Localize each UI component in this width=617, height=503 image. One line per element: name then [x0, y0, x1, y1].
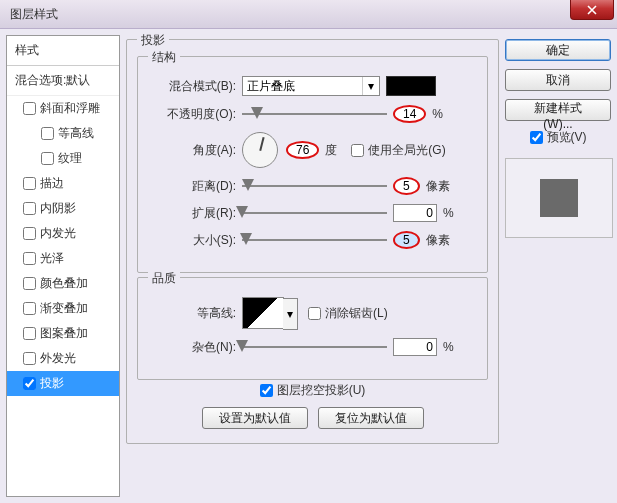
size-slider[interactable]	[242, 231, 387, 249]
style-list: 斜面和浮雕等高线纹理描边内阴影内发光光泽颜色叠加渐变叠加图案叠加外发光投影	[7, 96, 119, 496]
spread-unit: %	[443, 206, 454, 220]
set-default-button[interactable]: 设置为默认值	[202, 407, 308, 429]
sidebar-item[interactable]: 斜面和浮雕	[7, 96, 119, 121]
opacity-label: 不透明度(O):	[148, 106, 242, 123]
spread-value[interactable]	[393, 204, 437, 222]
preview-checkbox[interactable]	[530, 131, 543, 144]
sidebar-item-checkbox[interactable]	[23, 277, 36, 290]
sidebar-item-label: 等高线	[58, 125, 94, 142]
sidebar-item[interactable]: 内发光	[7, 221, 119, 246]
size-value[interactable]: 5	[393, 231, 420, 249]
chevron-down-icon: ▾	[362, 77, 379, 95]
cancel-button[interactable]: 取消	[505, 69, 611, 91]
drop-shadow-group: 投影 结构 混合模式(B): 正片叠底 ▾ 不透明度(O):	[126, 39, 499, 444]
shadow-color-swatch[interactable]	[386, 76, 436, 96]
sidebar-item-checkbox[interactable]	[23, 177, 36, 190]
structure-legend: 结构	[148, 49, 180, 66]
knockout-checkbox[interactable]	[260, 384, 273, 397]
spread-slider[interactable]	[242, 204, 387, 222]
sidebar-item-checkbox[interactable]	[23, 252, 36, 265]
sidebar-item-label: 纹理	[58, 150, 82, 167]
sidebar-item[interactable]: 图案叠加	[7, 321, 119, 346]
sidebar-item-label: 内发光	[40, 225, 76, 242]
angle-dial[interactable]	[242, 132, 278, 168]
sidebar-item-label: 内阴影	[40, 200, 76, 217]
close-button[interactable]	[570, 0, 614, 20]
center-panel: 投影 结构 混合模式(B): 正片叠底 ▾ 不透明度(O):	[126, 35, 499, 497]
noise-slider[interactable]	[242, 338, 387, 356]
opacity-slider[interactable]	[242, 105, 387, 123]
sidebar-item-label: 渐变叠加	[40, 300, 88, 317]
distance-value[interactable]: 5	[393, 177, 420, 195]
quality-legend: 品质	[148, 270, 180, 287]
size-row: 大小(S): 5 像素	[148, 231, 477, 249]
spread-label: 扩展(R):	[148, 205, 242, 222]
noise-unit: %	[443, 340, 454, 354]
knockout-label: 图层挖空投影(U)	[277, 382, 366, 399]
distance-label: 距离(D):	[148, 178, 242, 195]
sidebar-item-label: 图案叠加	[40, 325, 88, 342]
sidebar-item-checkbox[interactable]	[23, 352, 36, 365]
sidebar-item[interactable]: 纹理	[7, 146, 119, 171]
sidebar-item-label: 斜面和浮雕	[40, 100, 100, 117]
size-label: 大小(S):	[148, 232, 242, 249]
angle-label: 角度(A):	[148, 142, 242, 159]
blend-default-item[interactable]: 混合选项:默认	[7, 66, 119, 96]
distance-unit: 像素	[426, 178, 450, 195]
angle-value[interactable]: 76	[286, 141, 319, 159]
antialias-checkbox[interactable]	[308, 307, 321, 320]
sidebar-item[interactable]: 渐变叠加	[7, 296, 119, 321]
opacity-row: 不透明度(O): 14 %	[148, 105, 477, 123]
opacity-value[interactable]: 14	[393, 105, 426, 123]
sidebar-item-checkbox[interactable]	[23, 377, 36, 390]
knockout-check[interactable]: 图层挖空投影(U)	[260, 382, 366, 399]
close-icon	[587, 5, 597, 15]
sidebar-item-checkbox[interactable]	[23, 302, 36, 315]
sidebar-item[interactable]: 内阴影	[7, 196, 119, 221]
reset-default-button[interactable]: 复位为默认值	[318, 407, 424, 429]
noise-value[interactable]	[393, 338, 437, 356]
chevron-down-icon: ▾	[283, 298, 298, 330]
new-style-button[interactable]: 新建样式(W)...	[505, 99, 611, 121]
blend-mode-label: 混合模式(B):	[148, 78, 242, 95]
blend-mode-row: 混合模式(B): 正片叠底 ▾	[148, 76, 477, 96]
noise-row: 杂色(N): %	[148, 338, 477, 356]
sidebar-item[interactable]: 投影	[7, 371, 119, 396]
sidebar-item-checkbox[interactable]	[23, 202, 36, 215]
sidebar-item[interactable]: 颜色叠加	[7, 271, 119, 296]
sidebar-item-label: 光泽	[40, 250, 64, 267]
sidebar-item[interactable]: 光泽	[7, 246, 119, 271]
sidebar-item[interactable]: 等高线	[7, 121, 119, 146]
opacity-unit: %	[432, 107, 443, 121]
ok-button[interactable]: 确定	[505, 39, 611, 61]
sidebar-item-label: 外发光	[40, 350, 76, 367]
contour-picker[interactable]: ▾	[242, 297, 284, 329]
sidebar-item-label: 颜色叠加	[40, 275, 88, 292]
sidebar-item-checkbox[interactable]	[23, 227, 36, 240]
use-global-light-check[interactable]: 使用全局光(G)	[351, 142, 445, 159]
distance-row: 距离(D): 5 像素	[148, 177, 477, 195]
sidebar-item-checkbox[interactable]	[23, 327, 36, 340]
sidebar-item[interactable]: 外发光	[7, 346, 119, 371]
size-unit: 像素	[426, 232, 450, 249]
use-global-light-checkbox[interactable]	[351, 144, 364, 157]
antialias-check[interactable]: 消除锯齿(L)	[308, 305, 388, 322]
use-global-light-label: 使用全局光(G)	[368, 142, 445, 159]
sidebar-item-label: 投影	[40, 375, 64, 392]
distance-slider[interactable]	[242, 177, 387, 195]
preview-label: 预览(V)	[547, 129, 587, 146]
blend-mode-combo[interactable]: 正片叠底 ▾	[242, 76, 380, 96]
sidebar-item-checkbox[interactable]	[41, 152, 54, 165]
right-panel: 确定 取消 新建样式(W)... 预览(V)	[505, 35, 611, 497]
contour-row: 等高线: ▾ 消除锯齿(L)	[148, 297, 477, 329]
structure-group: 结构 混合模式(B): 正片叠底 ▾ 不透明度(O): 14 %	[137, 56, 488, 273]
noise-label: 杂色(N):	[148, 339, 242, 356]
sidebar-item-checkbox[interactable]	[41, 127, 54, 140]
titlebar[interactable]: 图层样式	[0, 0, 617, 29]
sidebar-item-checkbox[interactable]	[23, 102, 36, 115]
sidebar-header[interactable]: 样式	[7, 36, 119, 66]
preview-box	[505, 158, 613, 238]
preview-check[interactable]: 预览(V)	[505, 129, 611, 146]
styles-sidebar: 样式 混合选项:默认 斜面和浮雕等高线纹理描边内阴影内发光光泽颜色叠加渐变叠加图…	[6, 35, 120, 497]
sidebar-item[interactable]: 描边	[7, 171, 119, 196]
